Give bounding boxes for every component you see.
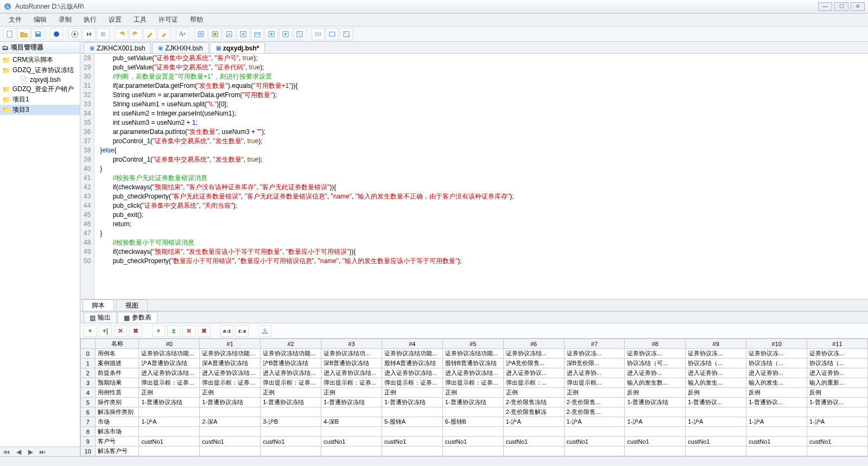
svg-point-5 [54,31,59,37]
sidebar-header: 🗂 项目管理器 [0,42,80,54]
table-row[interactable]: 9客户号custNo1custNo1custNo1custNo1custNo1c… [81,437,868,446]
tb-icon-6[interactable] [265,28,278,40]
sort-desc-button[interactable]: z↓a [236,325,249,337]
tab-script[interactable]: 脚本 [83,299,114,311]
maximize-button[interactable]: ☐ [834,2,848,11]
svg-rect-13 [255,33,260,37]
tree-item-4[interactable]: 📁项目1 [0,94,80,105]
tab-params[interactable]: ▦参数表 [118,312,157,323]
sidebar-footer: ⏮ ◀ ▶ ⏭ [0,446,80,456]
tb-icon-1[interactable] [194,28,207,40]
sidebar-nav-next[interactable]: ▶ [25,448,36,456]
add-row-button[interactable]: + [84,325,97,337]
compare-button[interactable] [312,28,325,40]
menu-5[interactable]: 工具 [128,14,152,26]
tree-item-5[interactable]: 📁项目3 [0,105,80,115]
bsh-icon: ▣ [216,45,221,51]
window-title: AutoRunner D:\云版AR\ [15,2,818,11]
tab-output[interactable]: ▥输出 [84,312,117,323]
import-button[interactable] [258,325,271,337]
save-button[interactable] [31,28,45,40]
font-button[interactable]: A≡ [176,28,189,40]
minimize-button[interactable]: — [818,2,832,11]
sidebar-nav-first[interactable]: ⏮ [1,448,12,456]
menu-6[interactable]: 许可证 [153,14,183,26]
menu-7[interactable]: 帮助 [185,14,208,26]
line-gutter: 2829303132333435363738394041424344454647… [80,54,94,299]
svg-rect-7 [101,32,105,36]
tb-icon-8[interactable] [293,28,306,40]
table-row[interactable]: 2前提条件进入证券协议冻结...进入证券协议冻结界...进入证券协议冻结...进… [81,368,868,378]
table-icon: ▦ [124,314,130,322]
table-row[interactable]: 0用例名证券协议冻结功能...证券协议冻结功能002证券协议冻结功能...证券协… [81,349,868,359]
tb-icon-9[interactable] [326,28,339,40]
delete-row2-button[interactable]: ✖ [129,325,142,337]
table-row[interactable]: 10解冻客户号 [81,446,868,456]
delete-row-button[interactable]: ✕ [114,325,127,337]
sort-asc-button[interactable]: a↓z [220,325,233,337]
new-button[interactable] [3,28,16,40]
code-editor[interactable]: 2829303132333435363738394041424344454647… [80,54,868,299]
editor-tab-0[interactable]: ▣ZJKHCX001.bsh [84,42,151,53]
editor-tabs: ▣ZJKHCX001.bsh▣ZJKHXH.bsh▣zqxydj.bsh* [80,42,868,54]
tb-icon-10[interactable] [340,28,353,40]
editor-area: ▣ZJKHCX001.bsh▣ZJKHXH.bsh▣zqxydj.bsh* 28… [80,42,868,456]
editor-tab-1[interactable]: ▣ZJKHXH.bsh [152,42,208,53]
file-icon: 📄 [20,76,28,84]
tb-icon-2[interactable] [208,28,221,40]
folder-icon: 📁 [2,106,10,114]
menu-0[interactable]: 文件 [3,14,27,26]
table-row[interactable]: 5操作类别1-普通协议冻结1-普通协议冻结1-普通协议冻结1-普通协议冻结1-普… [81,398,868,407]
close-button[interactable]: ✕ [851,2,865,11]
bsh-icon: ▣ [158,45,163,51]
tree-icon: 🗂 [2,44,9,52]
tree-item-2[interactable]: 📄zqxydj.bsh [0,75,80,84]
editor-bottom-tabs: 脚本 视图 [80,299,868,311]
add-col2-button[interactable]: ± [167,325,180,337]
title-bar: A AutoRunner D:\云版AR\ — ☐ ✕ [0,0,868,14]
tool-brush-icon[interactable] [157,28,170,40]
step-button[interactable] [83,28,96,40]
table-row[interactable]: 1案例描述沪A普通协议冻结深A普通协议冻结沪B普通协议冻结深B普通协议冻结股转A… [81,359,868,368]
menu-4[interactable]: 设置 [103,14,127,26]
tb-icon-3[interactable] [223,28,236,40]
sidebar-nav-last[interactable]: ⏭ [37,448,48,456]
project-tree[interactable]: 📁CRM演示脚本📁GDZQ_证券协议冻结📄zqxydj.bsh📁GDZQ_资金开… [0,54,80,446]
editor-tab-2[interactable]: ▣zqxydj.bsh* [210,42,265,53]
tb-icon-7[interactable] [279,28,292,40]
tree-item-3[interactable]: 📁GDZQ_资金开户销户 [0,84,80,94]
folder-icon: 📁 [2,56,10,64]
tb-icon-5[interactable] [251,28,264,40]
sidebar: 🗂 项目管理器 📁CRM演示脚本📁GDZQ_证券协议冻结📄zqxydj.bsh📁… [0,42,80,456]
run-button[interactable] [68,28,81,40]
tree-item-0[interactable]: 📁CRM演示脚本 [0,55,80,65]
stop-button[interactable] [97,28,110,40]
table-row[interactable]: 3预期结果弹出提示框：证券...弹出提示框：证券协...弹出提示框：证券...弹… [81,378,868,388]
svg-point-16 [284,33,287,35]
table-row[interactable]: 6解冻操作类别2-竞价限售解冻2-竞价限售... [81,407,868,417]
menu-1[interactable]: 编辑 [28,14,52,26]
table-row[interactable]: 7市场1-沪A2-深A3-沪B4-深B5-股转A6-股转B1-沪A1-沪A1-沪… [81,417,868,427]
tb-icon-4[interactable] [237,28,250,40]
folder-icon: 📁 [2,86,10,93]
delete-col-button[interactable]: ✕ [182,325,195,337]
menu-2[interactable]: 录制 [53,14,77,26]
tree-item-1[interactable]: 📁GDZQ_证券协议冻结 [0,65,80,75]
add-row2-button[interactable]: +| [99,325,112,337]
table-row[interactable]: 4用例性质正例正例正例正例正例正例正例正例反例反例反例反例 [81,388,868,398]
add-col-button[interactable]: + [152,325,165,337]
params-grid[interactable]: 名称#0#1#2#3#4#5#6#7#8#9#10#110用例名证券协议冻结功能… [80,339,868,456]
open-button[interactable] [17,28,30,40]
delete-col2-button[interactable]: ✖ [198,325,211,337]
menu-3[interactable]: 执行 [78,14,102,26]
tab-view[interactable]: 视图 [116,299,148,311]
redo-button[interactable] [129,28,142,40]
sidebar-nav-prev[interactable]: ◀ [13,448,24,456]
record-button[interactable] [50,28,63,40]
code-content[interactable]: pub_setValue("证券集中交易系统", "客户号", true); p… [94,54,514,299]
table-row[interactable]: 8解冻市场 [81,427,868,437]
tool-wand-icon[interactable] [143,28,156,40]
undo-button[interactable] [115,28,128,40]
sidebar-title: 项目管理器 [11,43,43,52]
status-bar [0,456,868,466]
